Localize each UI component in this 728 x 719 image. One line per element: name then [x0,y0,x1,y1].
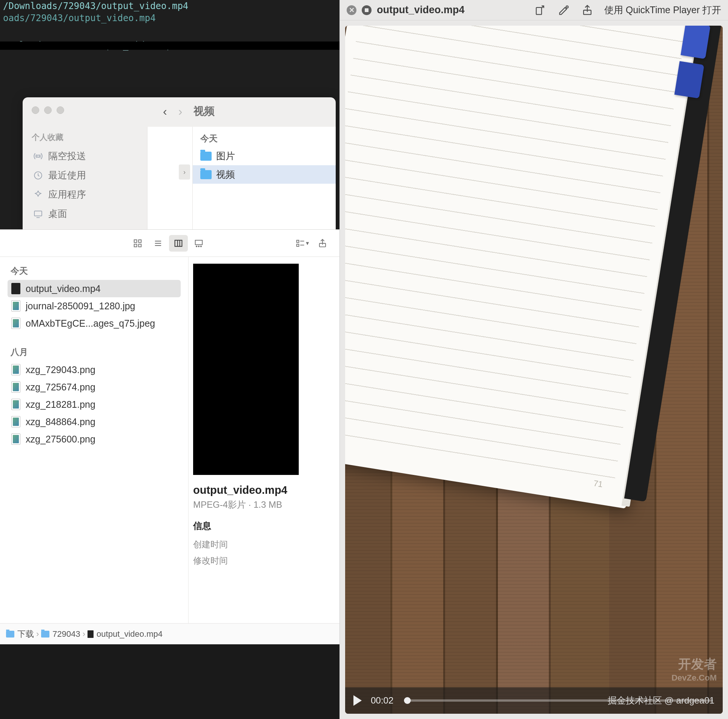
rotate-icon[interactable] [534,4,547,17]
info-row-created: 创建时间 [193,536,335,553]
column-expand-icon[interactable]: › [179,164,190,180]
open-with-button[interactable]: 使用 QuickTime Player 打开 [604,4,721,16]
file-icon [88,630,94,638]
file-row[interactable]: xzg_218281.png [8,396,181,413]
svg-rect-10 [175,240,182,246]
share-button[interactable] [313,235,332,252]
file-row[interactable]: oMAxbTEgCE...ages_q75.jpeg [8,315,181,332]
view-columns-button[interactable] [169,235,188,252]
image-file-icon [11,399,20,410]
file-list-column: 今天 output_video.mp4 journal-2850091_1280… [0,257,189,623]
svg-point-0 [37,155,40,157]
video-controls: 00:02 掘金技术社区 @ ardgea01 [345,687,723,714]
file-row[interactable]: xzg_848864.png [8,413,181,430]
folder-icon [6,631,14,638]
page-number: 71 [593,478,603,490]
bookmark-tab [674,61,704,98]
elapsed-time: 00:02 [371,695,393,706]
file-row[interactable]: xzg_275600.png [8,430,181,448]
sidebar-item-recent[interactable]: 最近使用 [32,166,138,185]
svg-rect-6 [138,244,141,247]
image-file-icon [11,381,20,393]
nav-forward-button[interactable]: › [178,104,183,118]
info-header: 信息 [193,520,335,532]
nav-back-button[interactable]: ‹ [163,104,167,118]
video-file-icon [11,283,20,294]
list-section-header: 八月 [8,341,181,361]
quicklook-window: ✕ output_video.mp4 使用 QuickTime Player 打… [339,0,728,719]
stop-button[interactable] [362,5,372,15]
apps-icon [33,190,43,200]
finder-title: 视频 [194,104,215,118]
sidebar-header: 个人收藏 [32,132,138,143]
view-gallery-button[interactable] [189,235,208,252]
view-list-button[interactable] [149,235,167,252]
list-section-header: 今天 [8,260,181,280]
finder-sidebar: 个人收藏 隔空投送 最近使用 应用程序 桌面 [23,127,147,229]
play-button[interactable] [353,695,362,706]
image-file-icon [11,433,20,445]
view-mode-group [128,235,208,252]
sidebar-item-desktop[interactable]: 桌面 [32,204,138,223]
svg-point-14 [196,246,197,247]
svg-rect-17 [297,240,299,242]
preview-thumbnail [193,264,299,475]
watermark: 开发者 DevZe.CoM [668,654,720,684]
credit-text: 掘金技术社区 @ ardgea01 [608,694,714,707]
clock-icon [33,171,43,180]
finder-toolbar: ▾ [0,230,339,257]
svg-point-15 [198,246,199,247]
terminal-line: oads/729043/output_video.mp4 [0,12,339,24]
folder-row-pictures[interactable]: 图片 [193,147,336,165]
desktop-icon [33,209,43,219]
sidebar-item-applications[interactable]: 应用程序 [32,185,138,204]
image-file-icon [11,364,20,375]
file-row[interactable]: xzg_729043.png [8,361,181,378]
svg-rect-2 [34,211,42,216]
svg-rect-4 [138,240,141,242]
finder-window-upper: ‹ › 视频 个人收藏 隔空投送 最近使用 应用程序 桌面 › [23,97,336,229]
video-viewport[interactable]: 71 开发者 DevZe.CoM 00:02 掘金技术社区 @ ardgea01 [345,26,723,714]
svg-rect-5 [134,244,137,247]
view-icons-button[interactable] [128,235,147,252]
svg-rect-13 [195,240,203,244]
svg-point-23 [566,6,568,8]
markup-icon[interactable] [558,4,570,17]
preview-column: output_video.mp4 MPEG-4影片 · 1.3 MB 信息 创建… [189,257,339,623]
share-icon[interactable] [581,4,594,17]
path-bar[interactable]: 下载 › 729043 › output_video.mp4 [0,623,339,644]
folder-row-video[interactable]: 视频 [193,165,336,184]
folder-icon [200,152,212,161]
svg-rect-18 [297,244,299,246]
preview-filename: output_video.mp4 [193,484,335,496]
svg-point-16 [201,246,201,247]
list-section-header: 今天 [193,129,336,147]
folder-icon [41,631,49,638]
file-row[interactable]: output_video.mp4 [8,280,181,297]
seek-knob[interactable] [404,697,411,704]
svg-rect-3 [134,240,137,242]
image-file-icon [11,300,20,312]
finder-window-lower: ▾ 今天 output_video.mp4 journal-2850091_12… [0,229,339,644]
window-traffic-lights[interactable] [32,106,64,114]
airdrop-icon [33,151,43,161]
quicklook-titlebar: ✕ output_video.mp4 使用 QuickTime Player 打… [340,0,728,20]
file-row[interactable]: journal-2850091_1280.jpg [8,297,181,315]
terminal-line: /Downloads/729043/output_video.mp4 [0,0,339,12]
folder-icon [200,170,212,179]
image-file-icon [11,318,20,329]
group-by-button[interactable]: ▾ [293,235,312,252]
image-file-icon [11,416,20,427]
close-button[interactable]: ✕ [347,5,356,15]
file-row[interactable]: xzg_725674.png [8,378,181,396]
svg-rect-22 [536,7,541,14]
info-row-modified: 修改时间 [193,553,335,569]
preview-subtitle: MPEG-4影片 · 1.3 MB [193,499,335,511]
quicklook-filename: output_video.mp4 [377,4,529,16]
sidebar-item-airdrop[interactable]: 隔空投送 [32,146,138,166]
